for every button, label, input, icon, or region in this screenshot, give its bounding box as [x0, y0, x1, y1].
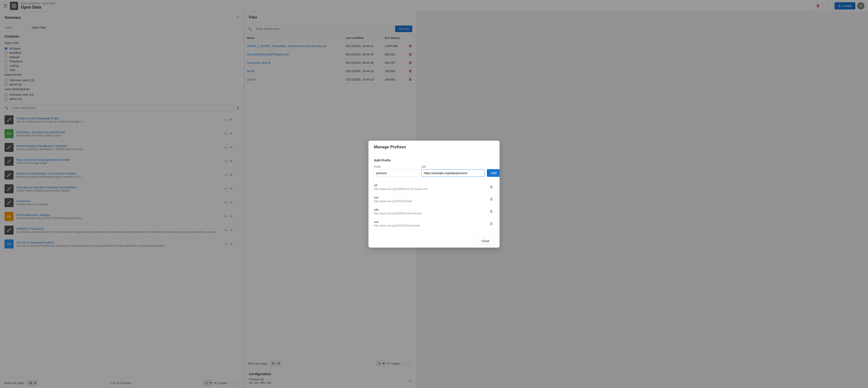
modal-overlay: Manage Prefixes Add Prefix Prefix URI Ad… [0, 0, 868, 388]
prefix-name-owl: owl [374, 196, 412, 199]
prefix-row-rdf: rdf http://www.w3.org/1999/02/22-rdf-syn… [374, 181, 494, 193]
prefix-field: Prefix [374, 165, 419, 177]
prefix-uri-rdfs: http://www.w3.org/2000/01/rdf-schema# [374, 212, 422, 215]
delete-owl-btn[interactable]: 🗑 [489, 196, 494, 202]
prefix-uri-owl: http://www.w3.org/2002/07/owl# [374, 200, 412, 203]
prefix-uri-rdf: http://www.w3.org/1999/02/22-rdf-syntax-… [374, 187, 428, 190]
prefix-row-xsd: xsd http://www.w3.org/2001/XMLSchema# 🗑 [374, 218, 494, 230]
prefix-uri-xsd: http://www.w3.org/2001/XMLSchema# [374, 224, 420, 227]
prefix-name-xsd: xsd [374, 220, 420, 223]
modal-add-row: Prefix URI Add [374, 165, 494, 177]
prefix-info-xsd: xsd http://www.w3.org/2001/XMLSchema# [374, 220, 420, 227]
uri-field: URI [421, 165, 485, 177]
prefix-info-rdf: rdf http://www.w3.org/1999/02/22-rdf-syn… [374, 184, 428, 190]
close-modal-button[interactable]: Close [476, 237, 494, 245]
uri-label: URI [421, 165, 485, 169]
prefix-label: Prefix [374, 165, 419, 169]
delete-rdfs-btn[interactable]: 🗑 [489, 208, 494, 214]
modal-header: Manage Prefixes [368, 141, 500, 154]
prefix-name-rdfs: rdfs [374, 208, 422, 211]
prefix-info-owl: owl http://www.w3.org/2002/07/owl# [374, 196, 412, 203]
modal-section-title: Add Prefix [374, 158, 494, 162]
uri-input[interactable] [421, 169, 485, 177]
manage-prefixes-modal: Manage Prefixes Add Prefix Prefix URI Ad… [368, 141, 500, 247]
prefix-row-rdfs: rdfs http://www.w3.org/2000/01/rdf-schem… [374, 206, 494, 217]
modal-body: Add Prefix Prefix URI Add rdf http://www… [368, 154, 500, 234]
delete-rdf-btn[interactable]: 🗑 [489, 184, 494, 190]
prefix-list: rdf http://www.w3.org/1999/02/22-rdf-syn… [374, 181, 494, 230]
prefix-info-rdfs: rdfs http://www.w3.org/2000/01/rdf-schem… [374, 208, 422, 215]
prefix-input[interactable] [374, 169, 419, 177]
modal-footer: Close [368, 234, 500, 247]
prefix-name-rdf: rdf [374, 184, 428, 187]
delete-xsd-btn[interactable]: 🗑 [489, 221, 494, 227]
prefix-row-owl: owl http://www.w3.org/2002/07/owl# 🗑 [374, 193, 494, 205]
add-prefix-button[interactable]: Add [487, 169, 500, 177]
